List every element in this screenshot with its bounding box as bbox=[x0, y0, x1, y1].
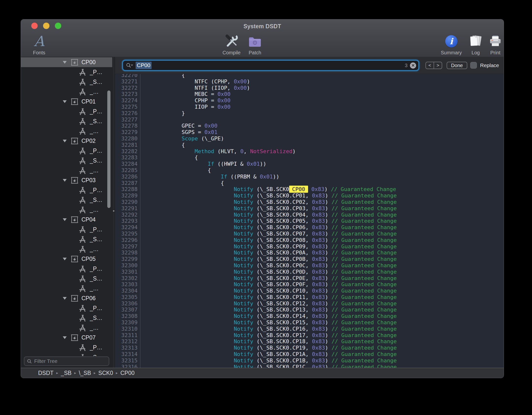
sidebar-item-cp03[interactable]: CP03 bbox=[21, 175, 112, 185]
code-line[interactable]: 32279 SGPS = 0x01 bbox=[115, 129, 504, 135]
find-input[interactable]: CP00 3 ✕ bbox=[123, 61, 418, 70]
toolbar-fonts-button[interactable]: A Fonts bbox=[33, 33, 45, 57]
code-line[interactable]: 32276 } bbox=[115, 110, 504, 117]
titlebar[interactable]: System DSDT bbox=[21, 19, 504, 32]
code-line[interactable]: 32300 Notify (\_SB.SCK0.CP0C, 0x83) // G… bbox=[115, 262, 504, 269]
breadcrumb-item[interactable]: SCK0 bbox=[98, 370, 113, 376]
find-previous-button[interactable]: < bbox=[426, 62, 434, 69]
sidebar-subitem[interactable]: _S… bbox=[21, 274, 112, 283]
code-line[interactable]: 32290 Notify (\_SB.SCK0.CP02, 0x83) // G… bbox=[115, 199, 504, 205]
code-line[interactable]: 32295 Notify (\_SB.SCK0.CP07, 0x83) // G… bbox=[115, 231, 504, 237]
disclosure-triangle-icon[interactable] bbox=[63, 61, 67, 64]
sidebar-item-cp07[interactable]: CP07 bbox=[21, 333, 112, 342]
clear-search-icon[interactable]: ✕ bbox=[410, 62, 416, 69]
sidebar-subitem[interactable]: _S… bbox=[21, 313, 112, 323]
code-line[interactable]: 32305 Notify (\_SB.SCK0.CP11, 0x83) // G… bbox=[115, 294, 504, 300]
sidebar-subitem[interactable]: _S… bbox=[21, 234, 112, 244]
sidebar-subitem[interactable]: _P… bbox=[21, 185, 112, 195]
code-line[interactable]: 32297 Notify (\_SB.SCK0.CP09, 0x83) // G… bbox=[115, 243, 504, 250]
code-line[interactable]: 32302 Notify (\_SB.SCK0.CP0E, 0x83) // G… bbox=[115, 275, 504, 282]
sidebar-subitem[interactable]: _S… bbox=[21, 195, 112, 205]
code-line[interactable]: 32292 Notify (\_SB.SCK0.CP04, 0x83) // G… bbox=[115, 212, 504, 218]
code-line[interactable]: 32285 { bbox=[115, 167, 504, 174]
find-next-button[interactable]: > bbox=[434, 62, 442, 69]
code-line[interactable]: 32282 Method (HLVT, 0, NotSerialized) bbox=[115, 148, 504, 155]
toolbar-compile-button[interactable]: Compile bbox=[222, 33, 240, 57]
code-scroll-area[interactable]: 32270 {32271 NTFC (CPHP, 0x00)32272 NTFI… bbox=[115, 74, 504, 368]
code-line[interactable]: 32296 Notify (\_SB.SCK0.CP08, 0x83) // G… bbox=[115, 237, 504, 243]
disclosure-triangle-icon[interactable] bbox=[63, 336, 67, 339]
breadcrumb-item[interactable]: _SB bbox=[61, 370, 71, 376]
sidebar-item-cp01[interactable]: CP01 bbox=[21, 97, 112, 106]
code-line[interactable]: 32284 If ((HWPI & 0x01)) bbox=[115, 161, 504, 167]
code-line[interactable]: 32310 Notify (\_SB.SCK0.CP16, 0x83) // G… bbox=[115, 326, 504, 332]
toolbar-print-button[interactable]: Print bbox=[488, 33, 502, 57]
code-line[interactable]: 32273 MEBC = 0x00 bbox=[115, 91, 504, 97]
divider-handle[interactable] bbox=[113, 210, 114, 212]
code-line[interactable]: 32278 GPEC = 0x00 bbox=[115, 123, 504, 129]
code-line[interactable]: 32306 Notify (\_SB.SCK0.CP12, 0x83) // G… bbox=[115, 300, 504, 307]
code-line[interactable]: 32301 Notify (\_SB.SCK0.CP0D, 0x83) // G… bbox=[115, 269, 504, 275]
code-line[interactable]: 32304 Notify (\_SB.SCK0.CP10, 0x83) // G… bbox=[115, 288, 504, 294]
sidebar-subitem[interactable]: _S… bbox=[21, 352, 112, 356]
code-line[interactable]: 32281 { bbox=[115, 142, 504, 148]
sidebar-subitem[interactable]: _P… bbox=[21, 67, 112, 77]
sidebar-item-cp06[interactable]: CP06 bbox=[21, 293, 112, 303]
code-line[interactable]: 32270 { bbox=[115, 74, 504, 78]
code-line[interactable]: 32314 Notify (\_SB.SCK0.CP1A, 0x83) // G… bbox=[115, 351, 504, 357]
code-line[interactable]: 32275 IIOP = 0x00 bbox=[115, 104, 504, 110]
toolbar-log-button[interactable]: Log bbox=[469, 33, 483, 57]
code-line[interactable]: 32315 Notify (\_SB.SCK0.CP1B, 0x83) // G… bbox=[115, 357, 504, 364]
search-menu-icon[interactable] bbox=[126, 62, 133, 68]
sidebar-subitem[interactable]: _… bbox=[21, 126, 112, 136]
pane-divider[interactable] bbox=[112, 57, 115, 368]
code-line[interactable]: 32274 CPHP = 0x00 bbox=[115, 97, 504, 104]
disclosure-triangle-icon[interactable] bbox=[63, 258, 67, 260]
code-line[interactable]: 32287 { bbox=[115, 180, 504, 186]
sidebar-subitem[interactable]: _P… bbox=[21, 303, 112, 313]
code-line[interactable]: 32283 { bbox=[115, 154, 504, 161]
disclosure-triangle-icon[interactable] bbox=[63, 100, 67, 103]
code-line[interactable]: 32272 NTFI (IIOP, 0x00) bbox=[115, 85, 504, 91]
sidebar-item-cp02[interactable]: CP02 bbox=[21, 136, 112, 146]
code-line[interactable]: 32291 Notify (\_SB.SCK0.CP03, 0x83) // G… bbox=[115, 205, 504, 212]
sidebar-subitem[interactable]: _P… bbox=[21, 106, 112, 116]
code-line[interactable]: 32288 Notify (\_SB.SCK0CP00 0x83) // Gua… bbox=[115, 186, 504, 193]
sidebar-subitem[interactable]: _… bbox=[21, 87, 112, 97]
sidebar-subitem[interactable]: _… bbox=[21, 283, 112, 293]
sidebar-scrollbar[interactable] bbox=[107, 90, 110, 208]
code-line[interactable]: 32299 Notify (\_SB.SCK0.CP0B, 0x83) // G… bbox=[115, 256, 504, 262]
code-line[interactable]: 32307 Notify (\_SB.SCK0.CP13, 0x83) // G… bbox=[115, 307, 504, 313]
sidebar-subitem[interactable]: _… bbox=[21, 165, 112, 175]
code-line[interactable]: 32286 If ((PRBM & 0x01)) bbox=[115, 174, 504, 180]
disclosure-triangle-icon[interactable] bbox=[63, 297, 67, 300]
sidebar-item-cp00[interactable]: CP00 bbox=[21, 57, 112, 67]
disclosure-triangle-icon[interactable] bbox=[63, 140, 67, 142]
code-line[interactable]: 32298 Notify (\_SB.SCK0.CP0A, 0x83) // G… bbox=[115, 250, 504, 256]
code-line[interactable]: 32293 Notify (\_SB.SCK0.CP05, 0x83) // G… bbox=[115, 218, 504, 224]
sidebar-subitem[interactable]: _P… bbox=[21, 342, 112, 352]
sidebar-subitem[interactable]: _P… bbox=[21, 264, 112, 274]
breadcrumb-item[interactable]: \_SB bbox=[79, 370, 91, 376]
sidebar-subitem[interactable]: _… bbox=[21, 205, 112, 215]
code-line[interactable]: 32312 Notify (\_SB.SCK0.CP18, 0x83) // G… bbox=[115, 338, 504, 345]
sidebar-subitem[interactable]: _… bbox=[21, 244, 112, 254]
sidebar-subitem[interactable]: _S… bbox=[21, 116, 112, 126]
code-line[interactable]: 32309 Notify (\_SB.SCK0.CP15, 0x83) // G… bbox=[115, 319, 504, 326]
done-button[interactable]: Done bbox=[447, 62, 467, 69]
sidebar-item-cp04[interactable]: CP04 bbox=[21, 215, 112, 224]
sidebar-item-cp05[interactable]: CP05 bbox=[21, 254, 112, 264]
code-line[interactable]: 32289 Notify (\_SB.SCK0.CP01, 0x83) // G… bbox=[115, 193, 504, 199]
toolbar-summary-button[interactable]: i Summary bbox=[441, 33, 462, 57]
disclosure-triangle-icon[interactable] bbox=[63, 179, 67, 182]
sidebar-subitem[interactable]: _S… bbox=[21, 77, 112, 87]
sidebar-subitem[interactable]: _… bbox=[21, 323, 112, 333]
code-line[interactable]: 32277 bbox=[115, 117, 504, 123]
code-line[interactable]: 32316 Notify (\_SB.SCK0.CP1C, 0x83) // G… bbox=[115, 364, 504, 368]
code-line[interactable]: 32311 Notify (\_SB.SCK0.CP17, 0x83) // G… bbox=[115, 332, 504, 339]
sidebar-subitem[interactable]: _P… bbox=[21, 146, 112, 156]
code-line[interactable]: 32294 Notify (\_SB.SCK0.CP06, 0x83) // G… bbox=[115, 224, 504, 231]
code-line[interactable]: 32313 Notify (\_SB.SCK0.CP19, 0x83) // G… bbox=[115, 345, 504, 351]
toolbar-patch-button[interactable]: ⚙ Patch bbox=[248, 33, 262, 57]
sidebar-subitem[interactable]: _P… bbox=[21, 224, 112, 234]
